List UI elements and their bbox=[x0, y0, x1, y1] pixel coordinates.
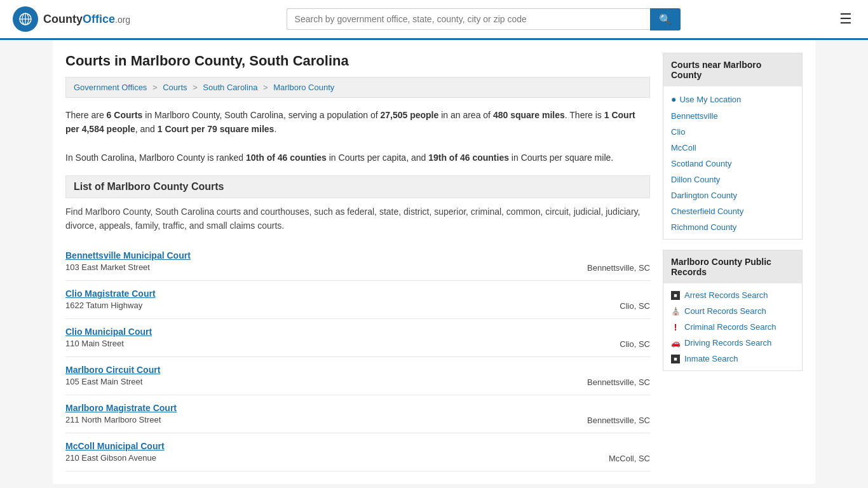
nearby-links-container: BennettsvilleClioMcCollScotland CountyDi… bbox=[663, 108, 802, 235]
nearby-link-item: Dillon County bbox=[663, 172, 802, 187]
arrest-records-link[interactable]: Arrest Records Search bbox=[684, 290, 768, 300]
nearby-link[interactable]: Dillon County bbox=[671, 175, 720, 184]
court-city: Clio, SC bbox=[620, 288, 650, 311]
court-item: Marlboro Circuit Court 105 East Main Str… bbox=[65, 357, 650, 395]
logo-area: CountyOffice.org bbox=[13, 6, 130, 32]
nearby-link-item: Scotland County bbox=[663, 156, 802, 172]
hamburger-menu-button[interactable]: ☰ bbox=[836, 8, 855, 30]
criminal-records-link[interactable]: Criminal Records Search bbox=[684, 322, 776, 332]
criminal-icon: ! bbox=[671, 323, 680, 332]
court-city: Bennettsville, SC bbox=[587, 365, 650, 387]
breadcrumb: Government Offices > Courts > South Caro… bbox=[65, 77, 650, 98]
public-records-list: ■ Arrest Records Search ⛪ Court Records … bbox=[663, 283, 802, 370]
nearby-link[interactable]: Darlington County bbox=[671, 191, 737, 200]
search-button[interactable]: 🔍 bbox=[650, 8, 681, 30]
court-name[interactable]: Marlboro Circuit Court bbox=[65, 365, 160, 375]
inmate-search-item: ■ Inmate Search bbox=[663, 351, 802, 367]
header: CountyOffice.org 🔍 ☰ bbox=[0, 0, 868, 40]
public-records-header: Marlboro County Public Records bbox=[663, 250, 802, 283]
nearby-link[interactable]: Scotland County bbox=[671, 159, 731, 168]
nearby-courts-list: ● Use My Location BennettsvilleClioMcCol… bbox=[663, 86, 802, 239]
use-location-link[interactable]: Use My Location bbox=[679, 95, 741, 104]
court-address: 210 East Gibson Avenue bbox=[65, 453, 165, 463]
court-item: Clio Magistrate Court 1622 Tatum Highway… bbox=[65, 281, 650, 319]
nearby-link[interactable]: Richmond County bbox=[671, 222, 736, 232]
nearby-link[interactable]: Chesterfield County bbox=[671, 207, 743, 216]
content-area: Courts in Marlboro County, South Carolin… bbox=[65, 53, 650, 471]
search-input[interactable] bbox=[287, 8, 650, 30]
nearby-courts-header: Courts near Marlboro County bbox=[663, 53, 802, 86]
court-address: 103 East Market Street bbox=[65, 262, 191, 272]
search-icon: 🔍 bbox=[659, 14, 672, 25]
court-city: Clio, SC bbox=[620, 327, 650, 349]
nearby-link[interactable]: Bennettsville bbox=[671, 111, 718, 121]
courts-list: Bennettsville Municipal Court 103 East M… bbox=[65, 243, 650, 471]
search-area: 🔍 bbox=[287, 8, 681, 30]
court-name[interactable]: Clio Magistrate Court bbox=[65, 288, 156, 299]
court-city: Bennettsville, SC bbox=[587, 403, 650, 425]
list-description: Find Marlboro County, South Carolina cou… bbox=[65, 205, 650, 233]
nearby-link-item: Bennettsville bbox=[663, 108, 802, 124]
criminal-records-item: ! Criminal Records Search bbox=[663, 319, 802, 335]
arrest-records-item: ■ Arrest Records Search bbox=[663, 287, 802, 303]
breadcrumb-marlboro-county[interactable]: Marlboro County bbox=[273, 83, 334, 92]
breadcrumb-sep3: > bbox=[263, 83, 270, 92]
nearby-link-item: Richmond County bbox=[663, 219, 802, 235]
court-name[interactable]: Marlboro Magistrate Court bbox=[65, 403, 177, 413]
logo-text: CountyOffice.org bbox=[43, 13, 130, 26]
nearby-link[interactable]: Clio bbox=[671, 127, 685, 137]
court-icon: ⛪ bbox=[671, 307, 680, 316]
page-title: Courts in Marlboro County, South Carolin… bbox=[65, 53, 650, 69]
list-section-header: List of Marlboro County Courts bbox=[65, 175, 650, 198]
driving-records-item: 🚗 Driving Records Search bbox=[663, 335, 802, 351]
court-item: Marlboro Magistrate Court 211 North Marl… bbox=[65, 395, 650, 433]
court-name[interactable]: McColl Municipal Court bbox=[65, 441, 165, 451]
breadcrumb-south-carolina[interactable]: South Carolina bbox=[203, 83, 257, 92]
court-address: 105 East Main Street bbox=[65, 377, 160, 386]
nearby-courts-section: Courts near Marlboro County ● Use My Loc… bbox=[663, 53, 803, 240]
use-location-item: ● Use My Location bbox=[663, 90, 802, 108]
court-city: McColl, SC bbox=[609, 441, 650, 463]
court-address: 1622 Tatum Highway bbox=[65, 301, 156, 310]
nearby-link-item: Chesterfield County bbox=[663, 203, 802, 219]
court-item: McColl Municipal Court 210 East Gibson A… bbox=[65, 433, 650, 471]
inmate-search-link[interactable]: Inmate Search bbox=[684, 354, 738, 363]
inmate-icon: ■ bbox=[671, 355, 680, 363]
court-records-link[interactable]: Court Records Search bbox=[684, 306, 766, 316]
court-records-item: ⛪ Court Records Search bbox=[663, 303, 802, 319]
hamburger-icon: ☰ bbox=[839, 11, 852, 27]
public-records-section: Marlboro County Public Records ■ Arrest … bbox=[663, 250, 803, 371]
nearby-link-item: Darlington County bbox=[663, 187, 802, 203]
court-address: 110 Main Street bbox=[65, 339, 152, 348]
main-container: Courts in Marlboro County, South Carolin… bbox=[53, 40, 815, 484]
court-item: Clio Municipal Court 110 Main Street Cli… bbox=[65, 319, 650, 357]
court-address: 211 North Marlboro Street bbox=[65, 415, 177, 424]
driving-icon: 🚗 bbox=[671, 339, 680, 348]
court-name[interactable]: Bennettsville Municipal Court bbox=[65, 250, 191, 261]
breadcrumb-sep1: > bbox=[153, 83, 159, 92]
sidebar: Courts near Marlboro County ● Use My Loc… bbox=[663, 53, 803, 471]
driving-records-link[interactable]: Driving Records Search bbox=[684, 338, 771, 348]
location-pin-icon: ● bbox=[671, 94, 676, 104]
logo-icon bbox=[13, 6, 38, 32]
nearby-link-item: McColl bbox=[663, 140, 802, 156]
breadcrumb-courts[interactable]: Courts bbox=[163, 83, 187, 92]
breadcrumb-government-offices[interactable]: Government Offices bbox=[74, 83, 147, 92]
nearby-link[interactable]: McColl bbox=[671, 143, 696, 152]
court-city: Bennettsville, SC bbox=[587, 250, 650, 273]
breadcrumb-sep2: > bbox=[193, 83, 200, 92]
arrest-icon: ■ bbox=[671, 291, 680, 300]
court-name[interactable]: Clio Municipal Court bbox=[65, 327, 152, 337]
nearby-link-item: Clio bbox=[663, 124, 802, 140]
intro-text: There are 6 Courts in Marlboro County, S… bbox=[65, 108, 650, 165]
court-item: Bennettsville Municipal Court 103 East M… bbox=[65, 243, 650, 281]
